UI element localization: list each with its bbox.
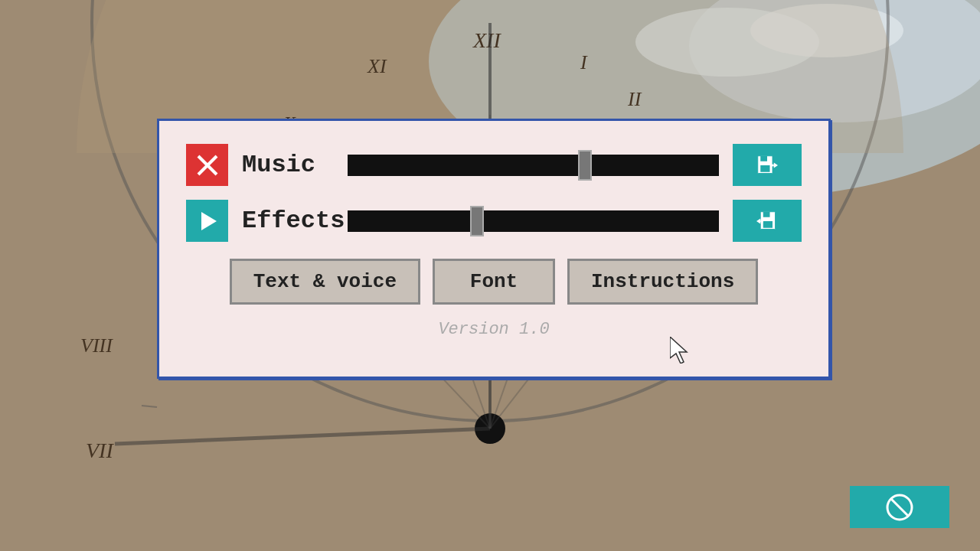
svg-point-12 (475, 413, 505, 444)
svg-point-4 (750, 4, 903, 57)
svg-line-38 (891, 499, 908, 516)
music-slider[interactable] (348, 155, 719, 176)
effects-load-button[interactable] (733, 200, 802, 242)
text-voice-button[interactable]: Text & voice (230, 259, 420, 305)
svg-text:XI: XI (367, 55, 387, 77)
svg-marker-35 (756, 218, 760, 223)
music-row: Music (186, 144, 802, 186)
effects-row: Effects (186, 200, 802, 242)
bottom-buttons: Text & voice Font Instructions (186, 259, 802, 305)
font-button[interactable]: Font (433, 259, 555, 305)
svg-point-3 (635, 8, 819, 77)
svg-text:VII: VII (86, 439, 114, 462)
svg-text:XII: XII (472, 28, 501, 52)
music-label: Music (242, 151, 334, 179)
svg-line-16 (142, 406, 157, 407)
corner-no-button[interactable] (850, 486, 949, 528)
instructions-button[interactable]: Instructions (567, 259, 758, 305)
effects-slider[interactable] (348, 210, 719, 232)
svg-rect-34 (763, 221, 773, 228)
svg-rect-27 (760, 155, 767, 161)
settings-dialog: Music Effects (157, 119, 831, 379)
version-text: Version 1.0 (186, 320, 802, 339)
svg-text:VIII: VIII (80, 334, 113, 357)
svg-rect-28 (760, 165, 769, 172)
svg-line-14 (115, 429, 490, 444)
svg-marker-31 (201, 212, 217, 230)
svg-rect-33 (763, 211, 770, 217)
svg-marker-29 (774, 162, 778, 168)
effects-toggle-button[interactable] (186, 200, 228, 242)
effects-label: Effects (242, 207, 334, 235)
svg-point-2 (689, 0, 980, 122)
music-toggle-button[interactable] (186, 144, 228, 186)
svg-text:II: II (627, 88, 642, 110)
svg-text:I: I (580, 51, 588, 73)
music-save-button[interactable] (733, 144, 802, 186)
